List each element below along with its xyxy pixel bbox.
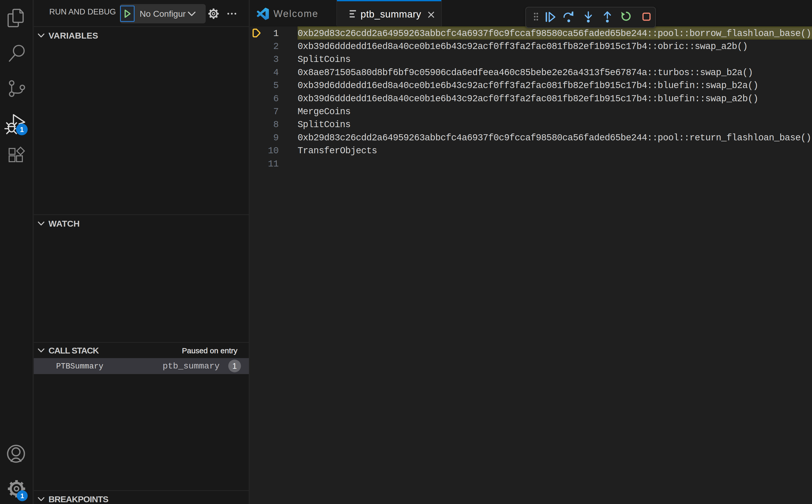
svg-text:1: 1	[20, 492, 24, 500]
svg-text:1: 1	[20, 126, 24, 133]
